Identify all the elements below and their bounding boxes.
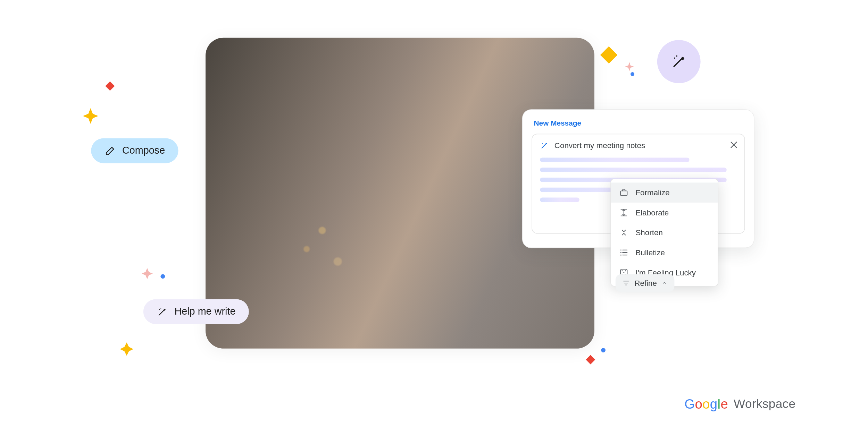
briefcase-icon: [619, 188, 629, 198]
google-workspace-logo: Google Workspace: [684, 396, 795, 412]
svg-point-14: [625, 270, 626, 271]
refine-menu: Formalize Elaborate Shorten Bulletize I'…: [610, 179, 718, 286]
svg-point-13: [622, 270, 623, 271]
refine-option-formalize[interactable]: Formalize: [611, 182, 718, 203]
compose-label: Compose: [122, 145, 165, 157]
diamond-icon: [105, 81, 115, 91]
svg-point-5: [160, 308, 161, 308]
svg-point-10: [620, 252, 621, 253]
help-me-write-label: Help me write: [174, 306, 235, 318]
refine-option-label: Shorten: [635, 228, 662, 237]
pencil-icon: [105, 145, 116, 156]
svg-rect-8: [620, 191, 627, 195]
filter-icon: [622, 279, 630, 287]
prompt-text: Convert my meeting notes: [554, 141, 645, 150]
sparkle-icon: [141, 267, 153, 280]
refine-button[interactable]: Refine: [616, 274, 675, 292]
refine-option-bulletize[interactable]: Bulletize: [611, 242, 718, 263]
refine-option-label: Formalize: [635, 188, 669, 197]
bulleted-list-icon: [619, 248, 629, 258]
dot-icon: [631, 72, 634, 76]
google-logo: Google: [684, 396, 728, 412]
workspace-wordmark: Workspace: [734, 397, 795, 411]
help-me-write-button[interactable]: Help me write: [143, 299, 249, 324]
sparkle-icon: [82, 108, 99, 124]
refine-option-shorten[interactable]: Shorten: [611, 223, 718, 243]
collapse-icon: [619, 228, 629, 238]
dot-icon: [601, 348, 606, 352]
refine-option-elaborate[interactable]: Elaborate: [611, 203, 718, 223]
diamond-icon: [586, 355, 595, 364]
sparkle-icon: [624, 62, 634, 72]
magic-wand-icon: [540, 141, 549, 150]
svg-point-4: [159, 309, 160, 310]
compose-button[interactable]: Compose: [91, 138, 178, 163]
close-icon[interactable]: [730, 141, 737, 148]
refine-label: Refine: [634, 279, 657, 288]
dot-icon: [160, 274, 165, 279]
svg-point-9: [620, 249, 621, 250]
refine-option-label: Elaborate: [635, 208, 669, 217]
svg-point-15: [623, 272, 624, 273]
magic-wand-icon: [670, 53, 687, 70]
magic-wand-badge: [657, 40, 701, 83]
svg-point-2: [676, 55, 677, 57]
chevron-up-icon: [661, 280, 668, 286]
svg-point-1: [674, 58, 675, 59]
svg-point-11: [620, 255, 621, 256]
new-message-title: New Message: [523, 110, 754, 134]
magic-wand-icon: [157, 306, 168, 317]
svg-point-7: [542, 143, 543, 144]
expand-icon: [619, 207, 629, 217]
diamond-icon: [600, 46, 618, 64]
sparkle-icon: [119, 342, 134, 357]
refine-option-label: Bulletize: [635, 248, 665, 257]
